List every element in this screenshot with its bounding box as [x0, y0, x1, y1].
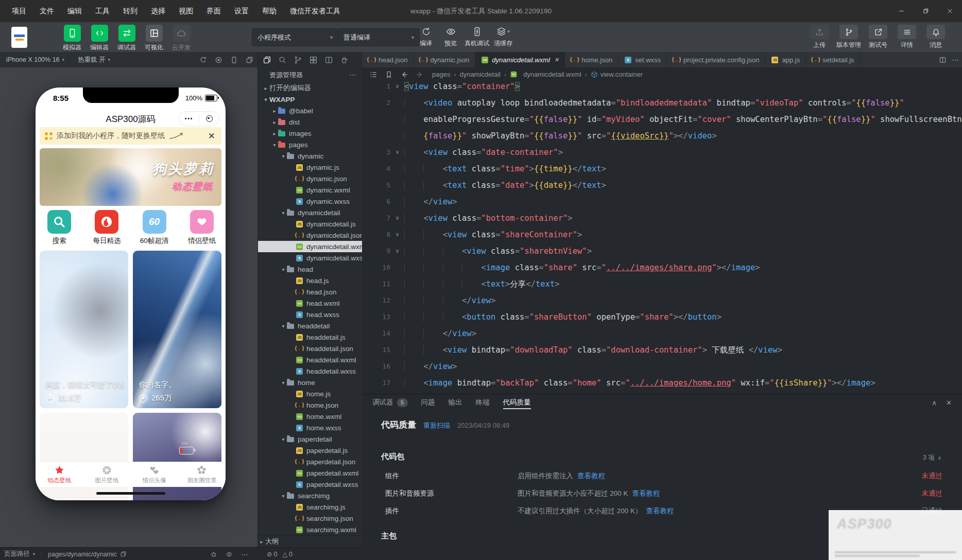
eye-icon[interactable] — [226, 551, 233, 558]
editor-tab-app.js[interactable]: JSapp.js — [765, 52, 806, 67]
close-miniprogram-button[interactable] — [199, 115, 219, 122]
debug-icon[interactable] — [210, 551, 217, 558]
menu-item-文件[interactable]: 文件 — [33, 0, 61, 22]
menu-item-帮助[interactable]: 帮助 — [255, 0, 283, 22]
outline-section[interactable]: ▸ 大纲 — [258, 535, 363, 547]
toolbar-editor-button[interactable]: 编辑器 — [88, 25, 111, 52]
breadcrumb-item-pages[interactable]: pages — [432, 71, 450, 78]
toolbar-device-debug-button[interactable]: 真机调试 — [465, 25, 489, 48]
tree-item-searchimg[interactable]: ▾searchimg — [258, 490, 363, 501]
toolbar-preview-button[interactable]: 预览 — [440, 25, 461, 48]
close-button[interactable] — [938, 0, 962, 22]
promo-banner[interactable]: 狗头萝莉 动态壁纸 — [40, 148, 221, 206]
tree-item-dynamic.wxml[interactable]: <>dynamic.wxml — [258, 184, 363, 196]
hot-reload-toggle[interactable]: 热重载 开▾ — [78, 56, 110, 64]
section-count[interactable]: 3 项∧ — [923, 453, 941, 462]
wallpaper-card[interactable]: 你的名字。▶265万 — [133, 251, 221, 408]
page-path-label[interactable]: 页面路径 — [4, 550, 30, 558]
record-icon[interactable] — [215, 56, 222, 64]
more-icon[interactable]: ⋯ — [349, 67, 356, 82]
multi-window-icon[interactable] — [246, 56, 253, 64]
menu-item-项目[interactable]: 项目 — [5, 0, 33, 22]
phone-tab-图片壁纸[interactable]: 图片壁纸 — [83, 462, 130, 487]
tutorial-link[interactable]: 查看教程 — [646, 507, 674, 515]
tree-item-home[interactable]: ▾home — [258, 377, 363, 388]
breadcrumb-item-dynamicdetail.wxml[interactable]: <>dynamicdetail.wxml — [510, 71, 581, 78]
tree-item-home.wxss[interactable]: Shome.wxss — [258, 422, 363, 433]
tree-item-headdetail[interactable]: ▾headdetail — [258, 320, 363, 331]
tree-item-headdetail.js[interactable]: JSheaddetail.js — [258, 331, 363, 343]
panel-tab-终端[interactable]: 终端 — [476, 394, 490, 411]
wallpaper-card[interactable] — [40, 413, 128, 500]
tree-item-headdetail.json[interactable]: {﹒}headdetail.json — [258, 343, 363, 354]
tree-item-@babel[interactable]: ▸@babel — [258, 105, 363, 116]
phone-tab-情侣头像[interactable]: 情侣头像 — [131, 462, 178, 487]
tutorial-link[interactable]: 查看教程 — [577, 472, 605, 480]
device-select[interactable]: iPhone X 100% 16▾ — [6, 56, 64, 63]
tree-item-paperdetail.wxss[interactable]: Spaperdetail.wxss — [258, 479, 363, 490]
compile-mode-select[interactable]: 普通编译▾ — [338, 28, 420, 46]
toolbar-simulator-button[interactable]: 模拟器 — [61, 25, 83, 52]
fold-icon[interactable]: ∨ — [390, 226, 404, 243]
minimize-button[interactable] — [889, 0, 914, 22]
tree-item-paperdetail.js[interactable]: JSpaperdetail.js — [258, 445, 363, 456]
wallpaper-card[interactable]: 啊这，猫猫太可爱了叭修...▶31.5万 — [40, 251, 128, 408]
notice-close-button[interactable]: ✕ — [207, 131, 216, 142]
builder-icon[interactable] — [340, 56, 349, 64]
source-control-icon[interactable] — [294, 56, 302, 64]
tree-item-paperdetail.wxml[interactable]: <>paperdetail.wxml — [258, 467, 363, 479]
menu-item-转到[interactable]: 转到 — [116, 0, 144, 22]
editor-tab-set.wxss[interactable]: Sset.wxss — [619, 52, 667, 67]
portrait-icon[interactable] — [230, 56, 238, 64]
close-icon[interactable]: ✕ — [946, 399, 952, 407]
tree-item-WXAPP[interactable]: ▾WXAPP — [258, 94, 363, 105]
more-menu-button[interactable]: ••• — [179, 116, 199, 121]
tab-close-icon[interactable]: ✕ — [554, 57, 559, 63]
quick-entry-搜索[interactable]: 搜索 — [36, 210, 83, 247]
toolbar-cloud-button[interactable]: 云开发 — [170, 25, 193, 52]
toolbar-test-account-button[interactable]: 测试号 — [866, 25, 890, 49]
fold-icon[interactable]: ∨ — [390, 78, 404, 95]
more-icon[interactable]: ⋯ — [241, 550, 248, 558]
editor-tab-setdetail.js[interactable]: {﹒}setdetail.js — [806, 52, 860, 67]
tree-item-head.wxss[interactable]: Shead.wxss — [258, 309, 363, 320]
phone-tab-朋友圈背景[interactable]: 朋友圈背景 — [178, 462, 226, 487]
tree-item-dynamicdetail[interactable]: ▾dynamicdetail — [258, 207, 363, 218]
add-to-miniprogram-banner[interactable]: 添加到我的小程序，随时更换壁纸 ✕ — [40, 127, 221, 145]
editor-tab-home.json[interactable]: {﹒}home.json — [565, 52, 619, 67]
tree-item-searchimg.json[interactable]: {﹒}searchimg.json — [258, 513, 363, 524]
outline-icon[interactable] — [369, 71, 377, 79]
tree-item-dynamic.wxss[interactable]: Sdynamic.wxss — [258, 196, 363, 207]
menu-item-微信开发者工具[interactable]: 微信开发者工具 — [283, 0, 347, 22]
menu-item-设置[interactable]: 设置 — [228, 0, 255, 22]
phone-simulator[interactable]: 8:55 100% ASP300源码 ••• 添加到我的小程序，随时更换壁纸 ✕… — [36, 87, 226, 500]
tree-item-dynamicdetail.wxss[interactable]: Sdynamicdetail.wxss — [258, 252, 363, 264]
tree-item-head.wxml[interactable]: <>head.wxml — [258, 297, 363, 309]
fold-icon[interactable]: ∨ — [390, 144, 404, 161]
tree-item-head.js[interactable]: JShead.js — [258, 275, 363, 286]
toolbar-messages-button[interactable]: 消息 — [924, 25, 948, 49]
split-editor-icon[interactable] — [324, 56, 333, 64]
tree-item-images[interactable]: ▸images — [258, 128, 363, 139]
editor-tab-project.private.config.json[interactable]: {﹒}project.private.config.json — [667, 52, 765, 67]
tree-item-searchimg.wxml[interactable]: <>searchimg.wxml — [258, 524, 363, 535]
toolbar-compile-button[interactable]: 编译 — [415, 25, 437, 48]
menu-item-选择[interactable]: 选择 — [144, 0, 172, 22]
tree-item-home.js[interactable]: JShome.js — [258, 388, 363, 399]
nav-forward-icon[interactable] — [416, 71, 424, 79]
toolbar-debugger-button[interactable]: 调试器 — [115, 25, 138, 52]
tree-item-headdetail.wxss[interactable]: Sheaddetail.wxss — [258, 365, 363, 377]
toolbar-version-control-button[interactable]: 版本管理 — [836, 25, 861, 49]
tree-item-dynamicdetail.json[interactable]: {﹒}dynamicdetail.json — [258, 230, 363, 241]
quick-entry-每日精选[interactable]: 每日精选 — [83, 210, 130, 247]
tree-item-head[interactable]: ▾head — [258, 264, 363, 275]
breadcrumb-item-view.container[interactable]: view.container — [591, 71, 643, 78]
menu-item-视图[interactable]: 视图 — [172, 0, 200, 22]
tutorial-link[interactable]: 查看教程 — [632, 489, 660, 497]
menu-item-工具[interactable]: 工具 — [89, 0, 116, 22]
problems-counts[interactable]: ⊘0 △0 — [267, 548, 293, 560]
tree-item-headdetail.wxml[interactable]: <>headdetail.wxml — [258, 354, 363, 365]
tree-item-dynamicdetail.wxml[interactable]: <>dynamicdetail.wxml — [258, 241, 363, 252]
copy-icon[interactable] — [120, 551, 127, 557]
wallpaper-card[interactable]: 1% — [133, 413, 221, 500]
